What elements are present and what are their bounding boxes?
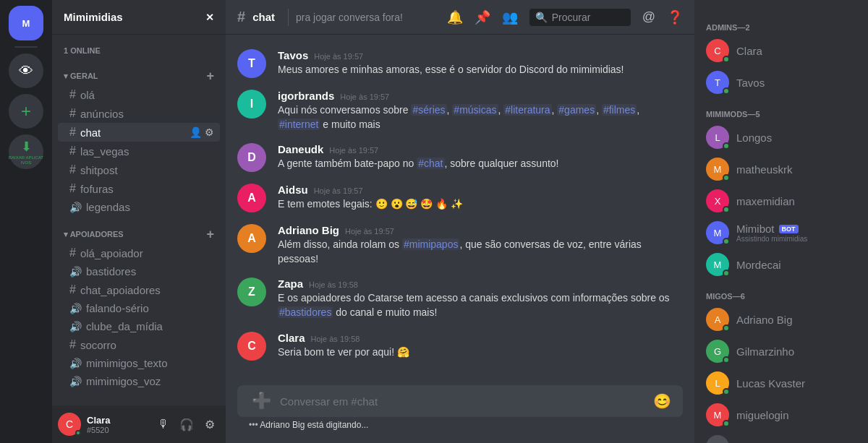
member-name: Adriano Big [736, 314, 793, 326]
at-icon[interactable]: @ [642, 9, 655, 25]
deafen-button[interactable]: 🎧 [176, 414, 197, 434]
message-author[interactable]: Zapa [278, 278, 303, 290]
mention[interactable]: #músicas [452, 104, 498, 116]
channel-anuncios[interactable]: # anúncios [58, 104, 220, 123]
channel-ola-name: olá [80, 89, 214, 101]
mention[interactable]: #games [557, 104, 596, 116]
channel-clube-da-midia[interactable]: 🔊 clube_da_mídia [58, 317, 220, 335]
help-icon[interactable]: ❓ [667, 9, 683, 25]
member-clara[interactable]: C Clara [700, 35, 862, 66]
server-header[interactable]: Mimimidias ✕ [52, 0, 226, 35]
member-adriano-big[interactable]: A Adriano Big [700, 304, 862, 335]
member-name: matheuskrk [736, 163, 793, 176]
status-dot [723, 174, 730, 181]
text-channel-icon: # [69, 88, 76, 101]
mention[interactable]: #bastidores [278, 306, 333, 318]
mention[interactable]: #filmes [602, 104, 637, 116]
member-name: maxemidian [736, 195, 795, 207]
status-dot [723, 420, 730, 427]
search-bar[interactable]: 🔍 Procurar [529, 9, 631, 26]
user-controls: 🎙 🎧 ⚙ [153, 414, 220, 434]
migos-category-label: MIGOS—6 [700, 280, 862, 304]
channel-bastidores[interactable]: 🔊 bastidores [58, 262, 220, 280]
mention[interactable]: #internet [278, 119, 320, 130]
input-area: ➕ 😊 ••• Adriano Big está digitando... [226, 385, 694, 443]
settings-icon[interactable]: ⚙ [205, 126, 214, 138]
message-text: E os apoiadores do Catarse tem acesso a … [278, 291, 683, 319]
mention[interactable]: #séries [411, 104, 446, 116]
user-tag: #5520 [87, 426, 148, 434]
channel-fofuras-name: fofuras [80, 183, 214, 195]
channel-chat-apoiadores[interactable]: # chat_apoiadores [58, 280, 220, 299]
members-icon[interactable]: 👥 [502, 9, 518, 25]
typing-text: Adriano Big está digitando... [260, 420, 368, 430]
message-input[interactable] [280, 388, 647, 415]
channel-shitpost[interactable]: # shitpost [58, 160, 220, 179]
text-channel-icon: # [69, 145, 76, 158]
channel-mimimigos-voz[interactable]: 🔊 mimimigos_voz [58, 372, 220, 390]
channel-fofuras[interactable]: # fofuras [58, 179, 220, 198]
channel-socorro-name: socorro [80, 339, 214, 351]
mention[interactable]: #mimipapos [402, 238, 459, 250]
message-content: igorbrands Hoje às 19:57 Aqui nós conver… [278, 90, 683, 132]
member-velhasurda[interactable]: V velhasurda [700, 431, 862, 443]
admins-category-label: ADMINS—2 [700, 12, 862, 35]
user-settings-button[interactable]: ⚙ [200, 414, 220, 434]
message-time: Hoje às 19:57 [314, 186, 363, 195]
message-text: A gente também bate-papo no #chat, sobre… [278, 157, 683, 171]
channel-legendas[interactable]: 🔊 legendas [58, 198, 220, 216]
channel-falando-serio[interactable]: 🔊 falando-sério [58, 299, 220, 317]
message-author[interactable]: Daneudk [278, 143, 323, 155]
add-channel-apoiadores[interactable]: + [206, 228, 214, 241]
mention[interactable]: #literatura [503, 104, 551, 116]
server-icon-mimimidias[interactable]: M [9, 6, 43, 40]
member-longos[interactable]: L Longos [700, 121, 862, 153]
member-tavos[interactable]: T Tavos [700, 66, 862, 98]
channel-socorro[interactable]: # socorro [58, 335, 220, 354]
add-member-icon[interactable]: 👤 [190, 126, 202, 138]
add-server-button[interactable]: + [9, 94, 43, 129]
message-author[interactable]: Adriano Big [278, 224, 339, 236]
channel-chat[interactable]: # chat 👤 ⚙ [58, 123, 220, 142]
channel-ola[interactable]: # olá [58, 85, 220, 104]
category-apoiadores[interactable]: ▾ APOIADORES + [52, 216, 226, 244]
member-mimibot[interactable]: M Mimibot BOT Assistindo mimimidias [700, 217, 862, 249]
mute-button[interactable]: 🎙 [153, 414, 174, 434]
server-sidebar: M 👁 + ⬇ BAIXAR APLICATIVOS [0, 0, 52, 443]
message-author[interactable]: Clara [278, 332, 305, 344]
channel-las-vegas[interactable]: # las_vegas [58, 142, 220, 160]
channel-ola-apoiador[interactable]: # olá_apoiador [58, 244, 220, 262]
message-time: Hoje às 19:57 [329, 146, 378, 155]
member-avatar: T [706, 71, 729, 94]
category-geral[interactable]: ▾ GERAL + [52, 58, 226, 85]
channel-sidebar: Mimimidias ✕ 1 ONLINE ▾ GERAL + # olá # … [52, 0, 226, 443]
server-icon-1[interactable]: 👁 [9, 53, 43, 88]
add-channel-geral[interactable]: + [206, 69, 214, 82]
avatar: I [237, 90, 266, 119]
member-matheuskrk[interactable]: M matheuskrk [700, 153, 862, 185]
message-author[interactable]: igorbrands [278, 90, 334, 102]
pin-icon[interactable]: 📌 [475, 9, 490, 25]
mention[interactable]: #chat [417, 158, 444, 169]
download-apps-button[interactable]: ⬇ BAIXAR APLICATIVOS [9, 134, 43, 169]
bell-icon[interactable]: 🔔 [447, 9, 463, 25]
member-name: Clara [736, 45, 762, 57]
member-maxemidian[interactable]: X maxemidian [700, 185, 862, 217]
text-channel-icon: # [69, 338, 76, 351]
message-author[interactable]: Tavos [278, 49, 308, 61]
member-gilmarzinho[interactable]: G Gilmarzinho [700, 335, 862, 367]
message-author[interactable]: Aidsu [278, 184, 308, 196]
message-header: Clara Hoje às 19:58 [278, 332, 683, 344]
message-content: Adriano Big Hoje às 19:57 Além disso, ai… [278, 224, 683, 266]
member-lucas-kvaster[interactable]: L Lucas Kvaster [700, 367, 862, 399]
channel-topic: pra jogar conversa fora! [296, 12, 440, 23]
member-miguelogin[interactable]: M miguelogin [700, 399, 862, 431]
voice-channel-icon: 🔊 [69, 303, 82, 314]
add-attachment-button[interactable]: ➕ [249, 392, 274, 410]
channel-mimimigos-texto[interactable]: 🔊 mimimigos_texto [58, 354, 220, 372]
message-content: Aidsu Hoje às 19:57 E tem emotes legais:… [278, 184, 683, 212]
member-mordecai[interactable]: M Mordecai [700, 249, 862, 280]
bot-sub-text: Assistindo mimimidias [736, 235, 856, 243]
member-name: velhasurda [736, 441, 789, 444]
emoji-button[interactable]: 😊 [653, 392, 671, 410]
